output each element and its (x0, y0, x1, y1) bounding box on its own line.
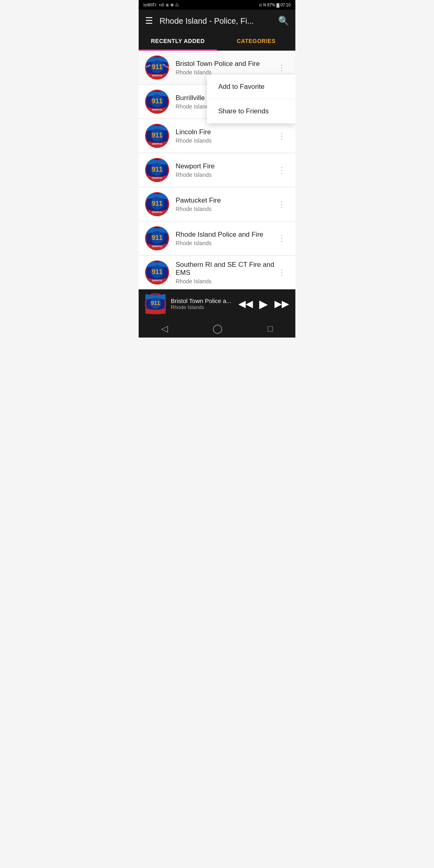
list-item[interactable]: 911 DISPATCH FIRE POLICE Bristol Town Po… (139, 51, 295, 85)
status-bar: toWIFI •ıll ⊕ ❁ ♺ ⊙ N 87% ▓ 07:10 (139, 0, 295, 10)
list-item-text-4: Pawtucket Fire Rhode Islands (176, 197, 274, 212)
context-menu: Add to Favorite Share to Friends (207, 75, 295, 123)
player-play-button[interactable]: ▶ (259, 297, 268, 311)
menu-icon[interactable]: ☰ (145, 16, 153, 26)
list-item-subtitle-3: Rhode Islands (176, 172, 274, 178)
context-menu-share-friends[interactable]: Share to Friends (207, 99, 295, 123)
svg-text:911: 911 (152, 166, 163, 173)
status-left: toWIFI •ıll ⊕ ❁ ♺ (143, 3, 179, 7)
svg-text:DISPATCH: DISPATCH (152, 245, 162, 248)
search-icon[interactable]: 🔍 (278, 16, 289, 26)
list-item-title-3: Newport Fire (176, 162, 274, 170)
nav-recent-button[interactable]: □ (268, 323, 273, 334)
list-item[interactable]: 911 DISPATCH Rhode Island Police and Fir… (139, 221, 295, 256)
tab-categories[interactable]: CATEGORIES (217, 32, 295, 50)
more-options-icon-4[interactable]: ⋮ (274, 196, 289, 212)
list-item-title-0: Bristol Town Police and Fire (176, 60, 274, 68)
player-title: Bristol Town Police a... (171, 297, 238, 304)
more-options-icon-2[interactable]: ⋮ (274, 128, 289, 144)
more-options-icon-3[interactable]: ⋮ (274, 162, 289, 178)
player-bar: 911 Bristol Town Police a... Rhode Islan… (139, 289, 295, 318)
more-options-icon-6[interactable]: ⋮ (274, 264, 289, 280)
list-item-subtitle-6: Rhode Islands (176, 278, 274, 285)
svg-text:911: 911 (152, 98, 163, 104)
svg-text:911: 911 (152, 200, 163, 207)
station-icon-5: 911 DISPATCH (145, 226, 169, 250)
svg-text:911: 911 (151, 300, 160, 306)
list-item-text-0: Bristol Town Police and Fire Rhode Islan… (176, 60, 274, 76)
station-icon-0: 911 DISPATCH FIRE POLICE (145, 55, 169, 80)
app-title: Rhode Island - Police, Fi... (160, 16, 278, 26)
list-item-subtitle-4: Rhode Islands (176, 206, 274, 212)
svg-text:DISPATCH: DISPATCH (152, 177, 162, 179)
player-subtitle: Rhode Islands (171, 304, 238, 310)
player-next-button[interactable]: ▶▶ (274, 298, 289, 309)
list-item[interactable]: 911 DISPATCH Southern RI and SE CT Fire … (139, 256, 295, 289)
nav-bar: ◁ ◯ □ (139, 318, 295, 338)
svg-text:DISPATCH: DISPATCH (152, 143, 162, 145)
station-icon-2: 911 DISPATCH (145, 124, 169, 148)
status-left-text: toWIFI •ıll ⊕ ❁ ♺ (143, 3, 179, 7)
player-controls: ◀◀ ▶ ▶▶ (238, 297, 289, 311)
list-item[interactable]: 911 DISPATCH Pawtucket Fire Rhode Island… (139, 187, 295, 221)
tab-recently-added[interactable]: RECENTLY ADDED (139, 32, 217, 50)
list-item-text-6: Southern RI and SE CT Fire and EMS Rhode… (176, 261, 274, 285)
station-icon-4: 911 DISPATCH (145, 192, 169, 216)
svg-text:DISPATCH: DISPATCH (152, 211, 162, 213)
more-options-icon-0[interactable]: ⋮ (274, 59, 289, 76)
svg-text:911: 911 (152, 268, 163, 275)
list-item-title-6: Southern RI and SE CT Fire and EMS (176, 261, 274, 277)
nav-home-button[interactable]: ◯ (213, 323, 223, 334)
list-item-title-4: Pawtucket Fire (176, 197, 274, 205)
svg-text:911: 911 (152, 132, 163, 139)
nav-back-button[interactable]: ◁ (161, 323, 168, 334)
svg-text:DISPATCH: DISPATCH (152, 279, 162, 282)
app-bar: ☰ Rhode Island - Police, Fi... 🔍 (139, 10, 295, 32)
player-prev-button[interactable]: ◀◀ (238, 298, 253, 309)
list-container: 911 DISPATCH FIRE POLICE Bristol Town Po… (139, 51, 295, 289)
list-item-title-2: Lincoln Fire (176, 128, 274, 136)
svg-text:DISPATCH: DISPATCH (152, 108, 162, 111)
context-menu-add-favorite[interactable]: Add to Favorite (207, 75, 295, 99)
svg-text:911: 911 (152, 234, 163, 241)
player-info: Bristol Town Police a... Rhode Islands (171, 297, 238, 310)
station-icon-3: 911 DISPATCH (145, 158, 169, 182)
list-item[interactable]: 911 DISPATCH Newport Fire Rhode Islands … (139, 153, 295, 187)
tab-bar: RECENTLY ADDED CATEGORIES (139, 32, 295, 51)
list-item-subtitle-2: Rhode Islands (176, 137, 274, 144)
list-item[interactable]: 911 DISPATCH Lincoln Fire Rhode Islands … (139, 119, 295, 153)
svg-text:DISPATCH: DISPATCH (152, 74, 162, 77)
status-right-text: ⊙ N 87% ▓ 07:10 (259, 3, 291, 7)
station-icon-6: 911 DISPATCH (145, 260, 169, 285)
more-options-icon-5[interactable]: ⋮ (274, 230, 289, 246)
list-item-title-5: Rhode Island Police and Fire (176, 231, 274, 239)
player-station-icon: 911 (145, 293, 166, 314)
list-item-text-3: Newport Fire Rhode Islands (176, 162, 274, 178)
svg-text:911: 911 (152, 63, 163, 70)
status-right: ⊙ N 87% ▓ 07:10 (259, 3, 291, 7)
list-item-text-5: Rhode Island Police and Fire Rhode Islan… (176, 231, 274, 246)
list-item-text-2: Lincoln Fire Rhode Islands (176, 128, 274, 144)
list-item-subtitle-5: Rhode Islands (176, 240, 274, 246)
station-icon-1: 911 DISPATCH (145, 90, 169, 114)
